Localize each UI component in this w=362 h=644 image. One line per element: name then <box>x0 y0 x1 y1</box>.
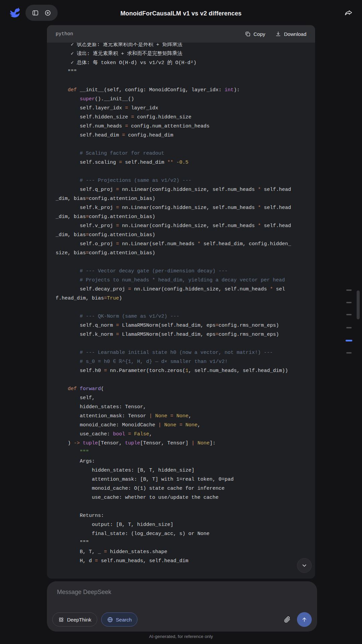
deepthink-button[interactable]: DeepThink <box>52 612 97 627</box>
code-line: monoid_cache: MonoidCache | None = None, <box>56 421 306 430</box>
code-line: self.head_dim = config.head_dim <box>56 131 306 140</box>
code-line: self.decay_proj = nn.Linear(config.hidde… <box>56 285 306 294</box>
code-line: attention_mask: [B, T] with 1=real token… <box>56 475 306 484</box>
code-line: # --- Projections (same as v1/v2) --- <box>56 176 306 185</box>
code-line: use_cache: bool = False, <box>56 430 306 439</box>
code-line: size, bias=config.attention_bias) <box>56 249 306 258</box>
code-line <box>56 502 306 511</box>
code-line: ✓ 读出: 逐元素乘积 + 求和而不是完整矩阵乘法 <box>56 49 306 58</box>
code-line: # --- Vector decay gate (per-dimension d… <box>56 267 306 276</box>
code-line: # s_0 = h0 ∈ ℝ^{1, H, d} — d× smaller th… <box>56 357 306 366</box>
code-block: python Copy Download ✓ 状态更新: 逐元素乘积而不是外积 … <box>47 25 315 579</box>
copy-button[interactable]: Copy <box>245 31 265 37</box>
code-line <box>56 140 306 149</box>
globe-icon <box>107 616 113 623</box>
code-line: self.layer_idx = layer_idx <box>56 104 306 113</box>
code-content: ✓ 状态更新: 逐元素乘积而不是外积 + 矩阵乘法 ✓ 读出: 逐元素乘积 + … <box>47 40 315 572</box>
code-line: f.head_dim, bias=True) <box>56 294 306 303</box>
message-input[interactable] <box>56 588 306 605</box>
copy-label: Copy <box>253 31 265 37</box>
copy-icon <box>245 31 251 37</box>
code-line: self.scaling = self.head_dim ** -0.5 <box>56 158 306 167</box>
outline-marker[interactable] <box>346 302 352 303</box>
code-line: super().__init__() <box>56 95 306 104</box>
deepthink-label: DeepThink <box>67 617 92 623</box>
code-line: def forward( <box>56 384 306 393</box>
composer-controls: DeepThink Search <box>52 612 312 627</box>
code-line: ) -> tuple[Tensor, tuple[Tensor, Tensor]… <box>56 439 306 448</box>
top-bar: MonoidForCausalLM v1 vs v2 differences <box>0 0 362 25</box>
code-line: _dim, bias=config.attention_bias) <box>56 230 306 239</box>
code-line <box>56 303 306 312</box>
send-button[interactable] <box>297 612 312 627</box>
code-line: ✓ 总体: 每 token O(H·d) vs v1/v2 的 O(H·d²) <box>56 58 306 67</box>
code-line <box>56 167 306 176</box>
code-line: """ <box>56 67 306 76</box>
code-line: Args: <box>56 457 306 466</box>
code-line: attention_mask: Tensor | None = None, <box>56 412 306 421</box>
code-line: _dim, bias=config.attention_bias) <box>56 212 306 221</box>
code-line: self.h0 = nn.Parameter(torch.zeros(1, se… <box>56 366 306 375</box>
code-line: use_cache: whether to use/update the cac… <box>56 493 306 502</box>
code-line <box>56 258 306 267</box>
paperclip-icon <box>284 616 291 623</box>
code-line: output: [B, T, hidden_size] <box>56 520 306 529</box>
code-line: self.o_proj = nn.Linear(self.num_heads *… <box>56 239 306 249</box>
download-label: Download <box>284 31 306 37</box>
outline-marker[interactable] <box>346 289 352 291</box>
code-line <box>56 76 306 86</box>
code-line: H, d = self.num_heads, self.head_dim <box>56 556 306 566</box>
share-button[interactable] <box>344 9 353 18</box>
code-line: # --- Learnable initial state h0 (now a … <box>56 348 306 357</box>
code-line: def __init__(self, config: MonoidConfig,… <box>56 86 306 95</box>
download-icon <box>275 31 281 37</box>
code-line: self.hidden_size = config.hidden_size <box>56 113 306 122</box>
deepthink-icon <box>58 616 64 623</box>
code-line: self.v_proj = nn.Linear(config.hidden_si… <box>56 221 306 230</box>
scrollbar-thumb[interactable] <box>357 290 360 319</box>
code-line <box>56 375 306 384</box>
outline-marker[interactable] <box>346 340 352 341</box>
code-line: self.k_norm = LlamaRMSNorm(self.head_dim… <box>56 330 306 339</box>
code-line <box>56 339 306 348</box>
code-actions: Copy Download <box>245 31 306 37</box>
download-button[interactable]: Download <box>275 31 306 37</box>
code-line: hidden_states: Tensor, <box>56 402 306 412</box>
code-line: self.q_norm = LlamaRMSNorm(self.head_dim… <box>56 321 306 330</box>
code-line: # Projects to num_heads * head_dim, yiel… <box>56 276 306 285</box>
code-line: final_state: (log_decay_acc, s) or None <box>56 529 306 538</box>
code-line: # --- QK-Norm (same as v1/v2) --- <box>56 312 306 321</box>
outline-marker[interactable] <box>346 314 352 315</box>
arrow-up-icon <box>301 616 308 623</box>
code-line: hidden_states: [B, T, hidden_size] <box>56 466 306 475</box>
code-line: B, T, _ = hidden_states.shape <box>56 547 306 556</box>
page-title: MonoidForCausalLM v1 vs v2 differences <box>0 10 362 17</box>
code-block-header: python Copy Download <box>47 25 315 43</box>
search-label: Search <box>116 617 132 623</box>
code-line: self.k_proj = nn.Linear(config.hidden_si… <box>56 203 306 212</box>
disclaimer-text: AI-generated, for reference only <box>0 634 362 639</box>
code-line: # Scaling factor for readout <box>56 149 306 158</box>
code-line: monoid_cache: O(1) state cache for infer… <box>56 484 306 493</box>
code-language-label: python <box>56 31 73 37</box>
outline-marker[interactable] <box>346 327 352 328</box>
composer: DeepThink Search <box>47 581 317 632</box>
attach-button[interactable] <box>282 614 293 625</box>
code-line: Returns: <box>56 511 306 520</box>
code-line: """ <box>56 448 306 457</box>
code-line: self.num_heads = config.num_attention_he… <box>56 122 306 131</box>
share-icon <box>344 9 353 17</box>
code-line: self.q_proj = nn.Linear(config.hidden_si… <box>56 185 306 194</box>
code-line: """ <box>56 538 306 547</box>
search-button[interactable]: Search <box>101 612 138 627</box>
outline-marker[interactable] <box>346 352 352 354</box>
code-line: _dim, bias=config.attention_bias) <box>56 194 306 203</box>
code-line: self, <box>56 393 306 402</box>
